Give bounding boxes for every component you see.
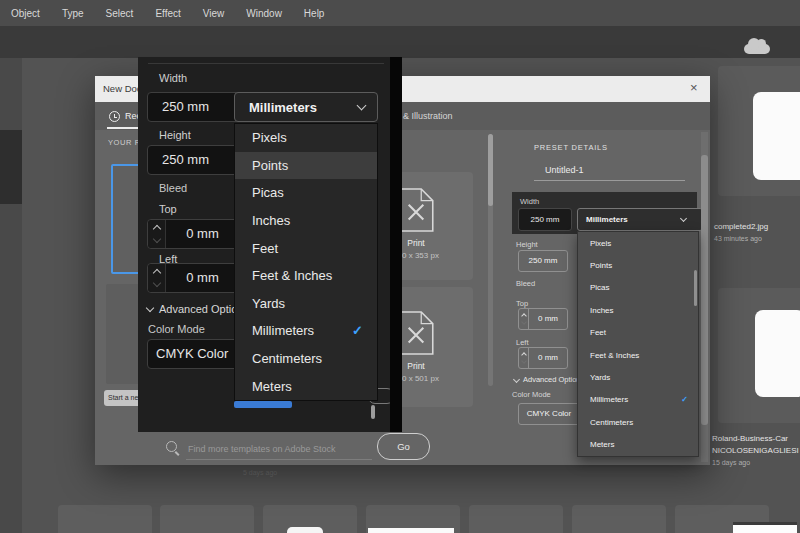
unit-option-label: Centimeters [252,351,322,366]
missing-file-icon [398,311,434,355]
name-field-underline [534,180,685,181]
menu-item[interactable]: View [192,8,236,19]
width-input[interactable]: 250 mm [518,208,572,231]
template-card[interactable] [160,505,254,533]
unit-option-label: Picas [590,283,610,292]
menu-item[interactable]: Object [0,8,51,19]
stepper-arrows[interactable] [519,348,529,368]
unit-option[interactable]: Picas ✓ [578,277,698,299]
units-dropdown-menu: Pixels ✓ Points ✓ Picas ✓ Inches ✓ [234,123,378,401]
file-name[interactable]: Roland-Business-Car [712,434,788,443]
width-label: Width [159,72,187,84]
unit-option[interactable]: Centimeters ✓ [578,411,698,433]
arrow-up-icon [152,225,160,233]
unit-option[interactable]: Meters ✓ [235,372,377,400]
menu-item[interactable]: Effect [144,8,191,19]
unit-option[interactable]: Points ✓ [578,254,698,276]
bleed-left-stepper[interactable]: 0 mm [518,347,568,369]
stock-search-input[interactable]: Find more templates on Adobe Stock [188,444,336,454]
chevron-down-icon [513,376,520,383]
presets-scrollbar[interactable] [488,134,493,386]
recent-file-card[interactable] [718,66,800,196]
unit-option[interactable]: Inches ✓ [235,207,377,235]
menu-item[interactable]: Help [293,8,336,19]
width-input[interactable]: 250 mm [147,92,241,122]
clock-icon [109,111,120,122]
arrow-down-icon [152,235,160,243]
unit-option-label: Feet [590,328,606,337]
cloud-sync-icon[interactable] [744,44,770,54]
zoomed-inset-panel: Width 250 mm Millimeters Height 250 mm B… [138,57,402,432]
dropdown-scrollbar[interactable] [371,405,375,419]
close-icon[interactable]: × [690,81,698,95]
unit-option-label: Feet [252,241,278,256]
stepper-arrows[interactable] [148,264,166,292]
unit-option[interactable]: Yards ✓ [578,366,698,388]
height-label: Height [159,129,191,141]
template-card[interactable] [469,505,563,533]
unit-option[interactable]: Pixels ✓ [235,124,377,152]
left-dark-panel [0,130,22,204]
menu-item[interactable]: Select [95,8,145,19]
illustrator-app: Object Type Select Effect View Window He… [0,0,800,533]
unit-option[interactable]: Millimeters ✓ [578,389,698,411]
scrollbar-thumb[interactable] [488,134,493,206]
stepper-arrows[interactable] [148,220,166,248]
color-mode-select[interactable]: CMYK Color [518,403,580,425]
menu-item[interactable]: Window [235,8,293,19]
unit-option[interactable]: Feet ✓ [578,322,698,344]
unit-option[interactable]: Picas ✓ [235,179,377,207]
template-card[interactable] [58,505,152,533]
stepper-value: 0 mm [529,348,567,368]
menu-item[interactable]: Type [51,8,95,19]
template-thumb [368,528,454,533]
height-label: Height [516,240,538,249]
height-input[interactable]: 250 mm [147,145,241,175]
check-icon: ✓ [681,395,688,404]
chevron-down-icon [680,215,687,222]
unit-option[interactable]: Feet & Inches ✓ [578,344,698,366]
unit-option[interactable]: Pixels ✓ [578,232,698,254]
dialog-scrollbar-thumb[interactable] [701,155,708,425]
advanced-options-toggle[interactable]: Advanced Options [514,375,584,384]
dropdown-scrollbar[interactable] [694,270,697,306]
arrow-down-icon [521,358,527,364]
unit-option[interactable]: Meters ✓ [578,434,698,456]
menu-bar: Object Type Select Effect View Window He… [0,0,800,27]
unit-option[interactable]: Millimeters ✓ [235,317,377,345]
unit-option[interactable]: Feet & Inches ✓ [235,262,377,290]
units-select[interactable]: Millimeters [577,208,703,231]
file-meta-faint: 5 days ago [243,469,277,476]
document-name-field[interactable]: Untitled-1 [545,165,584,175]
color-mode-label: Color Mode [148,323,205,335]
bleed-label: Bleed [516,279,535,288]
height-input[interactable]: 250 mm [518,250,568,272]
advanced-options-label: Advanced Options [523,375,584,384]
unit-option-label: Pixels [252,130,287,145]
bleed-left-stepper[interactable]: 0 mm [147,263,240,293]
unit-option-label: Millimeters [252,323,314,338]
unit-option-label: Points [590,261,612,270]
stepper-arrows[interactable] [519,309,529,329]
preset-details-heading: PRESET DETAILS [534,143,608,152]
unit-option[interactable]: Feet ✓ [235,234,377,262]
stepper-value: 0 mm [529,309,567,329]
file-meta: 15 days ago [712,459,750,466]
bleed-top-stepper[interactable]: 0 mm [518,308,568,330]
unit-option-label: Meters [252,379,292,394]
units-select[interactable]: Millimeters [234,92,378,122]
check-icon: ✓ [352,323,363,338]
left-label: Left [516,338,529,347]
template-card[interactable] [572,505,666,533]
recent-file-card[interactable] [718,288,800,423]
unit-option[interactable]: Centimeters ✓ [235,345,377,373]
file-name[interactable]: completed2.jpg [714,222,768,231]
stepper-value: 0 mm [166,220,239,248]
unit-option[interactable]: Points ✓ [235,152,377,180]
unit-option[interactable]: Inches ✓ [578,299,698,321]
bleed-top-stepper[interactable]: 0 mm [147,219,240,249]
bleed-label: Bleed [159,182,187,194]
width-label: Width [520,197,539,206]
unit-option[interactable]: Yards ✓ [235,290,377,318]
go-button[interactable]: Go [377,433,430,460]
